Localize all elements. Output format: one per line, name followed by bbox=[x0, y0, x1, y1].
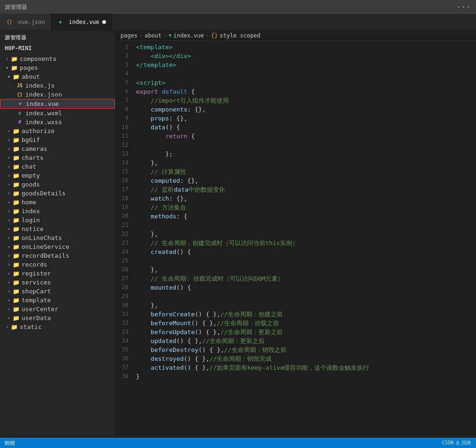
sidebar-item-index.json[interactable]: {}index.json bbox=[0, 90, 115, 99]
tree-item-label: services bbox=[22, 279, 51, 286]
chevron-icon bbox=[4, 324, 10, 329]
code-line-21: 21 bbox=[115, 221, 476, 230]
chevron-icon bbox=[6, 306, 12, 312]
code-content: <div></div> bbox=[136, 52, 476, 60]
sidebar-item-static[interactable]: 📁static bbox=[0, 322, 115, 331]
tab-vue-json[interactable]: {} vue.json bbox=[0, 14, 51, 30]
sidebar-item-onlineservice[interactable]: 📁onLineService bbox=[0, 242, 115, 251]
sidebar-title: 源管理器 bbox=[0, 30, 115, 43]
bottom-bar-right: CSDN @_陌路 bbox=[442, 440, 471, 446]
tree-item-label: notice bbox=[22, 225, 44, 232]
folder-icon: 📁 bbox=[10, 324, 18, 330]
sidebar-item-about[interactable]: 📁about bbox=[0, 72, 115, 81]
project-name: HOP-MINI bbox=[0, 43, 115, 54]
breadcrumb: pages › about › ▼ index.vue › {} style s… bbox=[115, 30, 476, 41]
chevron-icon bbox=[6, 173, 12, 178]
sidebar-item-index[interactable]: 📁index bbox=[0, 207, 115, 216]
code-line-28: 28 mounted() { bbox=[115, 283, 476, 292]
code-line-12: 12 bbox=[115, 141, 476, 149]
sidebar: 源管理器 HOP-MINI 📁components📁pages📁aboutJSi… bbox=[0, 30, 115, 438]
breadcrumb-about: about bbox=[144, 32, 161, 39]
code-line-14: 14 }, bbox=[115, 158, 476, 167]
code-line-35: 35 beforeDestroy() { },//生命周期：销毁之前 bbox=[115, 345, 476, 354]
tree-item-label: onLineService bbox=[22, 243, 69, 250]
sidebar-item-empty[interactable]: 📁empty bbox=[0, 171, 115, 180]
sidebar-item-charts[interactable]: 📁charts bbox=[0, 153, 115, 162]
sidebar-item-goodsdetails[interactable]: 📁goodsDetails bbox=[0, 189, 115, 198]
tree-item-label: index.wxss bbox=[25, 119, 62, 126]
sidebar-item-recorddetails[interactable]: 📁recordDetails bbox=[0, 251, 115, 260]
code-content: beforeMount() { },//生命周期：挂载之前 bbox=[136, 319, 476, 328]
code-content: beforeDestroy() { },//生命周期：销毁之前 bbox=[136, 345, 476, 354]
tab-index-vue-label: index.vue bbox=[69, 19, 99, 25]
chevron-icon bbox=[6, 155, 12, 160]
sidebar-item-cameras[interactable]: 📁cameras bbox=[0, 144, 115, 153]
sidebar-item-pages[interactable]: 📁pages bbox=[0, 63, 115, 72]
folder-icon: 📁 bbox=[12, 244, 20, 250]
sidebar-item-bggif[interactable]: 📁bgGif bbox=[0, 135, 115, 144]
sidebar-item-register[interactable]: 📁register bbox=[0, 269, 115, 278]
code-line-34: 34 updated() { },//生命周期：更新之后 bbox=[115, 336, 476, 345]
tree-item-label: pages bbox=[20, 64, 38, 71]
sidebar-item-template[interactable]: 📁template bbox=[0, 296, 115, 305]
folder-icon: 📁 bbox=[12, 226, 20, 232]
code-content: data() { bbox=[136, 123, 476, 132]
sidebar-item-notice[interactable]: 📁notice bbox=[0, 224, 115, 233]
chevron-icon bbox=[6, 262, 12, 267]
code-lines: 1<template>2 <div></div>3</template>4 5<… bbox=[115, 43, 476, 381]
folder-icon: 📁 bbox=[12, 217, 20, 224]
chevron-icon bbox=[6, 209, 12, 214]
code-content: } bbox=[136, 372, 476, 381]
tab-index-vue[interactable]: ▼ index.vue bbox=[51, 14, 112, 30]
sidebar-item-index.wxss[interactable]: #index.wxss bbox=[0, 118, 115, 127]
sidebar-item-chat[interactable]: 📁chat bbox=[0, 162, 115, 171]
main-layout: 源管理器 HOP-MINI 📁components📁pages📁aboutJSi… bbox=[0, 30, 476, 438]
code-content bbox=[136, 69, 476, 78]
code-line-18: 18 watch: {}, bbox=[115, 194, 476, 203]
tree-item-label: charts bbox=[22, 154, 44, 161]
wxss-file-icon: # bbox=[16, 119, 23, 125]
sidebar-item-index.wxml[interactable]: ≡index.wxml bbox=[0, 109, 115, 118]
sidebar-item-components[interactable]: 📁components bbox=[0, 54, 115, 63]
tree-item-label: goods bbox=[22, 181, 40, 188]
sidebar-item-userdata[interactable]: 📁userData bbox=[0, 314, 115, 322]
sidebar-item-services[interactable]: 📁services bbox=[0, 278, 115, 287]
folder-icon: 📁 bbox=[12, 270, 20, 277]
code-content bbox=[136, 292, 476, 301]
tree-item-label: components bbox=[20, 55, 56, 62]
chevron-icon bbox=[4, 65, 10, 70]
code-content: methods: { bbox=[136, 212, 476, 221]
folder-icon: 📁 bbox=[12, 235, 20, 241]
code-editor[interactable]: 1<template>2 <div></div>3</template>4 5<… bbox=[115, 41, 476, 438]
folder-icon: 📁 bbox=[12, 128, 20, 134]
sidebar-item-usercenter[interactable]: 📁userCenter bbox=[0, 305, 115, 314]
tree-item-label: index.wxml bbox=[25, 110, 62, 117]
sidebar-item-index.vue[interactable]: ▼index.vue bbox=[0, 99, 115, 109]
sidebar-item-onlinechats[interactable]: 📁onLineChats bbox=[0, 233, 115, 242]
title-bar-menu[interactable]: ··· bbox=[457, 3, 471, 11]
code-content: updated() { },//生命周期：更新之后 bbox=[136, 336, 476, 345]
code-line-30: 30 }, bbox=[115, 301, 476, 310]
tree-item-label: authorize bbox=[22, 127, 54, 134]
sidebar-item-index.js[interactable]: JSindex.js bbox=[0, 81, 115, 90]
code-content: <script> bbox=[136, 78, 476, 87]
code-content: mounted() { bbox=[136, 283, 476, 292]
tab-bar: {} vue.json ▼ index.vue bbox=[0, 14, 476, 30]
sidebar-item-goods[interactable]: 📁goods bbox=[0, 180, 115, 189]
sidebar-item-login[interactable]: 📁login bbox=[0, 216, 115, 224]
sidebar-item-shopcart[interactable]: 📁shopCart bbox=[0, 287, 115, 296]
sidebar-item-home[interactable]: 📁home bbox=[0, 198, 115, 207]
sidebar-item-records[interactable]: 📁records bbox=[0, 260, 115, 269]
tree-item-label: records bbox=[22, 261, 47, 268]
sidebar-item-authorize[interactable]: 📁authorize bbox=[0, 127, 115, 135]
code-line-2: 2 <div></div> bbox=[115, 52, 476, 60]
folder-icon: 📁 bbox=[12, 137, 20, 143]
code-line-17: 17 // 监听data中的数据变化 bbox=[115, 185, 476, 194]
chevron-icon bbox=[6, 200, 12, 205]
tree-item-label: index.json bbox=[25, 91, 62, 98]
bottom-bar: 粗细 CSDN @_陌路 bbox=[0, 438, 476, 448]
folder-icon: 📁 bbox=[12, 190, 20, 197]
tree-item-label: recordDetails bbox=[22, 252, 69, 259]
code-line-36: 36 destroyed() { },//生命周期：销毁完成 bbox=[115, 354, 476, 363]
folder-icon: 📁 bbox=[12, 181, 20, 188]
